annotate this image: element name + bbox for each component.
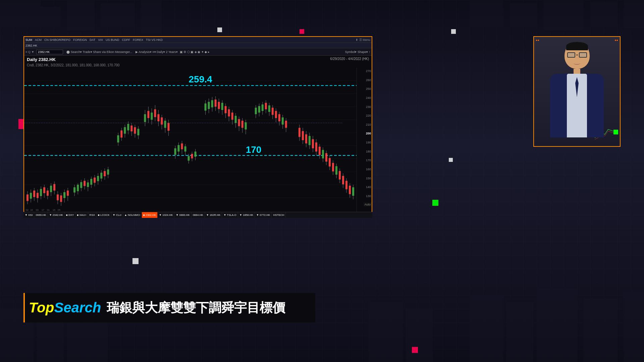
svg-rect-161	[265, 103, 267, 109]
svg-rect-101	[147, 111, 149, 118]
webcam-logo-tl: ●●	[536, 39, 539, 42]
svg-rect-71	[87, 182, 89, 187]
svg-rect-99	[144, 114, 146, 122]
chart-candle-info: Cndl, 2382.HK, 3/2/2022, 181.000, 181.00…	[24, 63, 372, 68]
price-160: 160	[358, 168, 371, 171]
tb2-nav[interactable]: ≡ Q ▼	[25, 50, 34, 54]
svg-rect-103	[151, 113, 153, 120]
ticker-lcock: ■ LCOCK	[97, 212, 111, 218]
svg-rect-203	[345, 181, 347, 189]
symbol-label: 2382.HK	[25, 44, 37, 47]
tb2-icons[interactable]: ▶ Analysis▾ ≡▾ Daily▾ 2 Years▾	[136, 50, 177, 54]
deco-square-8	[432, 200, 438, 206]
svg-rect-95	[134, 127, 136, 133]
svg-rect-1	[0, 0, 40, 27]
svg-rect-145	[231, 113, 233, 120]
svg-rect-97	[137, 129, 139, 135]
svg-rect-159	[262, 105, 264, 111]
svg-rect-15	[406, 308, 433, 362]
svg-rect-105	[154, 109, 156, 117]
toolbar-tsi-vs-hkd[interactable]: TSI VS HKD	[146, 38, 163, 42]
svg-rect-197	[335, 166, 337, 175]
svg-rect-121	[184, 146, 186, 152]
toolbar-acm[interactable]: ACM	[35, 38, 42, 42]
tb2-more-icons[interactable]: ▣ ⚙ ⬡ ▣ ◈ ◉ ✦ ◆ ▸	[180, 50, 210, 54]
toolbar-foreign[interactable]: FOREIGN	[73, 38, 87, 42]
auto-label: Auto	[363, 202, 372, 206]
svg-text:16: 16	[53, 209, 55, 211]
chart-title-area: Daily 2382.HK 6/29/2020 - 4/4/2022 (HK)	[24, 56, 372, 63]
svg-rect-147	[235, 116, 237, 123]
svg-rect-151	[241, 121, 244, 128]
chart-container: SUM ACM CN SHIBOR/REPO FOREIGN DAT VIX U…	[23, 36, 372, 217]
symbol-input[interactable]	[36, 50, 63, 54]
ticker-2382-highlight: ■ 2382.HK	[142, 212, 158, 218]
svg-rect-93	[130, 126, 132, 131]
svg-rect-199	[339, 171, 341, 179]
svg-rect-19	[584, 298, 617, 362]
svg-rect-117	[177, 145, 179, 152]
svg-rect-91	[127, 124, 129, 130]
svg-rect-149	[238, 119, 240, 126]
ticker-xau: ■ XAU=	[75, 212, 88, 218]
lapel-left	[558, 74, 567, 101]
svg-rect-167	[275, 111, 277, 118]
price-150: 150	[358, 177, 371, 180]
ticker-1858: ▼ 1858.HK	[238, 212, 255, 218]
svg-rect-189	[322, 150, 324, 158]
tb2-symbol-shape[interactable]: Symbol▾ Shape▾ ↑	[345, 50, 370, 54]
svg-rect-165	[272, 108, 274, 115]
ticker-tsla: ▼ TSLA.O	[222, 212, 238, 218]
ticker-2342: ▼ 2342.HK	[48, 212, 65, 218]
svg-rect-119	[181, 143, 183, 149]
svg-rect-139	[221, 103, 223, 110]
svg-rect-65	[77, 185, 79, 191]
candlestick-chart: 259.4 170	[24, 68, 357, 217]
toolbar-cdpf[interactable]: CDPF	[122, 38, 130, 42]
person-tie	[575, 77, 579, 97]
svg-rect-175	[299, 128, 301, 137]
person-shirt	[567, 74, 587, 137]
svg-rect-115	[174, 148, 176, 155]
svg-rect-89	[124, 127, 126, 133]
svg-rect-2	[40, 7, 60, 27]
svg-text:01: 01	[47, 209, 50, 211]
ticker-0669: 0669.HK	[34, 212, 48, 218]
toolbar-right-controls: ⬆ ☰ Menu	[356, 38, 370, 42]
svg-rect-143	[228, 109, 230, 116]
svg-rect-125	[191, 154, 193, 159]
svg-rect-51	[50, 186, 52, 192]
svg-rect-181	[309, 136, 311, 145]
toolbar-dat[interactable]: DAT	[90, 38, 95, 42]
deco-square-5	[449, 158, 453, 162]
svg-rect-5	[141, 0, 161, 34]
ticker-1024: ▼ 1024.HK	[158, 212, 174, 218]
person-glasses	[567, 52, 587, 58]
svg-rect-87	[120, 130, 122, 137]
svg-rect-135	[215, 100, 217, 107]
toolbar-us-bund[interactable]: US BUND	[106, 38, 119, 42]
svg-rect-111	[164, 121, 166, 128]
svg-rect-85	[117, 135, 119, 142]
ticker-162r: ▼ 162R.HK	[205, 212, 222, 218]
price-250: 250	[358, 87, 371, 90]
toolbar-vix[interactable]: VIX	[98, 38, 103, 42]
ticker-clcl: ▼ CLcl	[111, 212, 123, 218]
toolbar-sum[interactable]: SUM	[25, 38, 32, 42]
deco-square-7	[412, 347, 418, 353]
chart-plot: 259.4 170	[24, 68, 357, 217]
svg-rect-14	[369, 302, 402, 362]
svg-rect-107	[157, 114, 159, 121]
svg-rect-4	[101, 3, 134, 27]
tb2-analysis[interactable]: ⬤ Search▾ Trade▾ Share via Eikon Messeng…	[66, 50, 132, 54]
svg-rect-79	[100, 173, 102, 178]
toolbar-forex[interactable]: FOREX	[133, 38, 143, 42]
banner-main-text: 瑞銀與大摩雙雙下調舜宇目標價	[107, 301, 285, 314]
svg-rect-6	[470, 0, 503, 27]
svg-rect-187	[319, 147, 321, 155]
svg-text:259.4: 259.4	[189, 74, 212, 84]
svg-rect-7	[510, 3, 537, 27]
price-190: 190	[358, 141, 371, 144]
banner-search-label: Search	[54, 301, 101, 315]
toolbar-cn-shibor[interactable]: CN SHIBOR/REPO	[44, 38, 70, 42]
